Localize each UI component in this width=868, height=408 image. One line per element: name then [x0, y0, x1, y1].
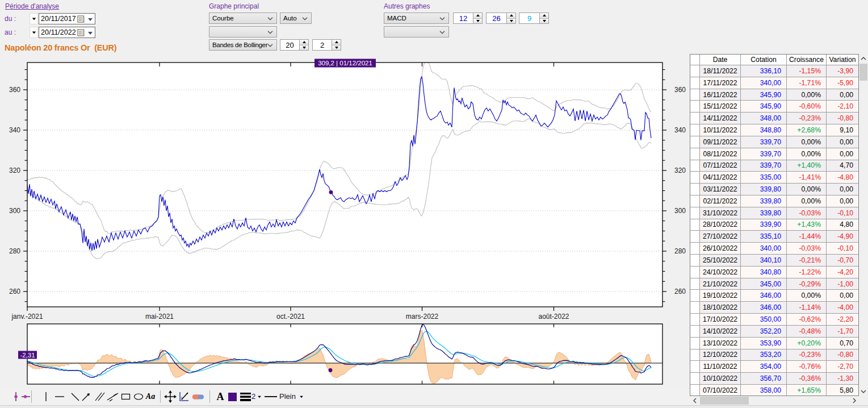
row-gutter [690, 385, 700, 396]
y-axis-label-right: 300 [674, 207, 686, 215]
table-row[interactable]: 10/11/2022 348,80 +2,68% 9,10 [690, 124, 858, 136]
dropdown-arrow-icon [258, 395, 261, 398]
tool-arrow-line[interactable] [79, 390, 93, 403]
cell-cotation: 352,20 [741, 326, 787, 338]
tool-parallel-lines[interactable] [93, 390, 107, 403]
table-row[interactable]: 02/11/2022 339,80 0,00% 0,00 [690, 195, 858, 207]
cell-croissance: -0,36% [787, 373, 827, 385]
table-row[interactable]: 07/10/2022 358,00 +1,65% 5,80 [690, 385, 858, 396]
cell-cotation: 335,00 [741, 172, 787, 184]
line-style-button[interactable] [264, 390, 278, 403]
column-header[interactable]: Date [700, 55, 741, 65]
cell-variation: -4,80 [827, 172, 858, 184]
scroll-down-button[interactable] [859, 387, 868, 396]
table-row[interactable]: 11/10/2022 354,00 -0,76% -2,70 [690, 361, 858, 373]
scroll-up-button[interactable] [859, 54, 868, 63]
tool-chart-edit[interactable] [177, 390, 191, 403]
y-axis-label-left: 320 [9, 166, 20, 174]
tool-regression-channel[interactable] [106, 390, 120, 403]
y-axis-label-left: 280 [9, 247, 20, 255]
cell-croissance: -1,44% [787, 231, 827, 243]
y-axis-label-left: 300 [9, 207, 20, 215]
row-gutter [690, 160, 700, 172]
cell-cotation: 345,90 [741, 89, 787, 101]
tool-eraser[interactable] [191, 390, 205, 403]
app-window: {"window": {"background": "#f0f0f0"}, "p… [0, 0, 868, 408]
cell-cotation: 340,00 [741, 243, 787, 255]
table-row[interactable]: 10/10/2022 356,70 -0,36% -1,30 [690, 373, 858, 385]
chevron-down-icon [861, 390, 866, 393]
cell-date: 21/10/2022 [700, 278, 741, 290]
line-width-dropdown[interactable] [255, 390, 263, 403]
cell-variation: 0,70 [827, 338, 858, 349]
cell-variation: -2,20 [827, 314, 858, 326]
vertical-scroll-thumb[interactable] [859, 64, 867, 81]
cell-variation: 0,00 [827, 89, 858, 101]
tool-vertical-line[interactable] [39, 390, 53, 403]
tool-text[interactable]: Aa [144, 390, 157, 403]
font-button[interactable]: A [213, 390, 227, 403]
table-row[interactable]: 24/10/2022 340,80 -1,22% -4,20 [690, 267, 858, 278]
cell-cotation: 336,10 [741, 65, 787, 77]
horizontal-scrollbar[interactable] [690, 396, 859, 405]
table-row[interactable]: 18/11/2022 336,10 -1,15% -3,90 [690, 65, 858, 77]
table-row[interactable]: 04/11/2022 335,00 -1,41% -4,80 [690, 172, 858, 184]
row-gutter [690, 361, 700, 373]
table-row[interactable]: 21/10/2022 345,00 -0,29% -1,00 [690, 278, 858, 290]
table-row[interactable]: 31/10/2022 339,80 -0,03% -0,10 [690, 207, 858, 219]
tool-move[interactable] [163, 390, 177, 403]
column-header[interactable]: Croissance [787, 55, 827, 65]
cell-cotation: 345,90 [741, 101, 787, 113]
table-row[interactable]: 13/10/2022 353,90 +0,20% 0,70 [690, 338, 858, 349]
cell-croissance: -1,14% [787, 302, 827, 314]
table-row[interactable]: 12/10/2022 353,20 -0,23% -0,80 [690, 349, 858, 361]
toolbar-separator [209, 390, 210, 403]
row-gutter [690, 148, 700, 160]
table-row[interactable]: 14/11/2022 348,00 -0,23% -0,80 [690, 113, 858, 124]
cell-date: 18/11/2022 [700, 65, 741, 77]
macd-plot-area[interactable] [27, 324, 662, 384]
cell-date: 18/10/2022 [700, 302, 741, 314]
table-row[interactable]: 26/10/2022 340,00 -0,03% -0,10 [690, 243, 858, 255]
horizontal-scroll-thumb[interactable] [700, 397, 749, 405]
vertical-scrollbar[interactable] [859, 54, 868, 396]
cell-croissance: -1,41% [787, 172, 827, 184]
y-axis-label-right: 340 [674, 126, 686, 134]
table-row[interactable]: 18/10/2022 346,00 -1,14% -4,00 [690, 302, 858, 314]
table-row[interactable]: 07/11/2022 339,70 +1,40% 4,70 [690, 160, 858, 172]
table-row[interactable]: 15/11/2022 345,90 -0,60% -2,10 [690, 101, 858, 113]
table-row[interactable]: 25/10/2022 340,10 -0,21% -0,70 [690, 255, 858, 267]
table-row[interactable]: 14/10/2022 352,20 -0,48% -1,70 [690, 326, 858, 338]
cell-variation: -0,70 [827, 255, 858, 267]
table-row[interactable]: 28/10/2022 339,90 +1,43% 4,80 [690, 219, 858, 231]
cell-date: 04/11/2022 [700, 172, 741, 184]
cell-variation: -1,70 [827, 326, 858, 338]
table-row[interactable]: 27/10/2022 335,10 -1,44% -4,90 [690, 231, 858, 243]
row-gutter [690, 278, 700, 290]
table-row[interactable]: 08/11/2022 339,70 0,00% 0,00 [690, 148, 858, 160]
cell-cotation: 340,80 [741, 267, 787, 278]
cell-date: 17/11/2022 [700, 77, 741, 89]
column-header[interactable]: Variation [827, 55, 858, 65]
table-row[interactable]: 17/10/2022 350,00 -0,62% -2,20 [690, 314, 858, 326]
cell-variation: -4,20 [827, 267, 858, 278]
scroll-right-button[interactable] [850, 396, 859, 405]
cell-croissance: -0,21% [787, 255, 827, 267]
y-axis-label-right: 320 [674, 166, 686, 174]
table-row[interactable]: 09/11/2022 339,70 0,00% 0,00 [690, 136, 858, 148]
main-plot-area[interactable] [27, 63, 662, 307]
table-row[interactable]: 19/10/2022 346,00 0,00% 0,00 [690, 290, 858, 302]
line-width-button[interactable] [238, 390, 252, 403]
cell-variation: 0,00 [827, 148, 858, 160]
tool-rectangle[interactable] [119, 390, 133, 403]
cell-cotation: 339,70 [741, 160, 787, 172]
table-row[interactable]: 03/11/2022 339,80 0,00% 0,00 [690, 184, 858, 195]
scroll-left-button[interactable] [690, 396, 699, 405]
column-header[interactable]: Cotation [741, 55, 787, 65]
cell-date: 24/10/2022 [700, 267, 741, 278]
line-style-dropdown[interactable] [297, 390, 305, 403]
color-button[interactable] [227, 390, 237, 403]
table-row[interactable]: 16/11/2022 345,90 0,00% 0,00 [690, 89, 858, 101]
table-row[interactable]: 17/11/2022 340,00 -1,71% -5,90 [690, 77, 858, 89]
tool-horizontal-line[interactable] [53, 390, 66, 403]
